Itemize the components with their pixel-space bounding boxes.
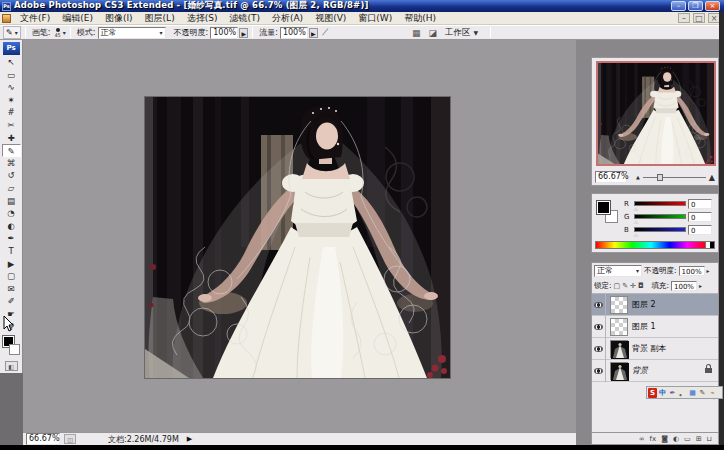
channel-slider[interactable]	[634, 227, 686, 232]
shape-tool[interactable]: ▢	[2, 270, 21, 283]
flow-input[interactable]: 100%	[280, 27, 308, 39]
canvas-area[interactable]	[23, 40, 576, 432]
slider-thumb[interactable]	[657, 174, 663, 181]
toggle-palettes-icon[interactable]: ▦	[412, 28, 421, 38]
fill-arrow-icon[interactable]: ▸	[699, 282, 702, 289]
tool-preset-picker[interactable]: ✎ ▾	[3, 26, 21, 39]
visibility-toggle[interactable]	[592, 294, 606, 316]
layer-thumbnail[interactable]	[610, 318, 628, 336]
background-color-swatch[interactable]	[9, 344, 20, 355]
slider-thumb-icon[interactable]	[633, 233, 639, 237]
chinese-mode-icon[interactable]: 中	[658, 388, 667, 398]
slice-tool[interactable]: ✂	[2, 119, 21, 132]
layer-mask-icon[interactable]: ◙	[661, 435, 668, 443]
gradient-tool[interactable]: ▤	[2, 195, 21, 208]
status-arrow-button[interactable]: ▶	[187, 435, 192, 443]
marquee-tool[interactable]: ▭	[2, 69, 21, 82]
flow-slider-button[interactable]: ▶	[309, 28, 318, 38]
opacity-slider-button[interactable]: ▶	[239, 28, 248, 38]
visibility-toggle[interactable]	[592, 338, 606, 360]
airbrush-icon[interactable]: ⟋	[322, 27, 328, 38]
layer-thumbnail[interactable]	[610, 296, 628, 314]
menu-select[interactable]: 选择(S)	[181, 12, 224, 24]
layer-row[interactable]: 图层 1	[592, 316, 718, 338]
sogou-logo-icon[interactable]: S	[648, 388, 657, 398]
pen-tool[interactable]: ✒	[2, 232, 21, 245]
restore-button[interactable]: ❐	[688, 1, 703, 11]
move-tool[interactable]: ↖	[2, 56, 21, 69]
crop-tool[interactable]: #	[2, 106, 21, 119]
history-brush-tool[interactable]: ↺	[2, 169, 21, 182]
lasso-tool[interactable]: ∿	[2, 81, 21, 94]
opacity-input[interactable]: 100%	[210, 27, 238, 39]
adjustment-layer-icon[interactable]: ◐	[673, 435, 679, 443]
workspace-button[interactable]: 工作区 ▼	[445, 27, 478, 39]
lock-move-icon[interactable]: ✛	[630, 282, 636, 290]
layer-row[interactable]: 图层 2	[592, 294, 718, 316]
channel-slider[interactable]	[634, 201, 686, 206]
new-group-icon[interactable]: ▭	[684, 435, 691, 443]
bw-swatches[interactable]	[705, 241, 715, 249]
quick-mask-button[interactable]: ◧	[5, 361, 18, 371]
slider-thumb-icon[interactable]	[633, 207, 639, 211]
zoom-out-icon[interactable]: ▲	[636, 174, 640, 180]
link-layers-icon[interactable]: ∞	[639, 435, 645, 443]
layer-opacity-input[interactable]: 100%	[679, 266, 705, 276]
menu-edit[interactable]: 编辑(E)	[56, 12, 99, 24]
visibility-toggle[interactable]	[592, 316, 606, 338]
layer-fill-input[interactable]: 100%	[671, 281, 697, 291]
navigator-zoom-input[interactable]: 66.67%	[595, 171, 627, 183]
menu-help[interactable]: 帮助(H)	[398, 12, 442, 24]
blur-tool[interactable]: ◔	[2, 207, 21, 220]
menu-view[interactable]: 视图(V)	[309, 12, 352, 24]
layer-style-icon[interactable]: fx	[650, 435, 657, 443]
menu-filter[interactable]: 滤镜(T)	[223, 12, 266, 24]
minimize-button[interactable]: –	[671, 1, 686, 11]
bridge-icon[interactable]: ◪	[429, 28, 438, 38]
zoom-input[interactable]: 66.67%	[26, 433, 60, 445]
menu-analysis[interactable]: 分析(A)	[266, 12, 309, 24]
healing-brush-tool[interactable]: ✚	[2, 132, 21, 145]
foreground-color-swatch[interactable]	[597, 201, 610, 214]
lock-all-icon[interactable]: ◘	[638, 282, 644, 290]
zoom-in-icon[interactable]: ▲	[709, 173, 715, 182]
menu-window[interactable]: 窗口(W)	[352, 12, 398, 24]
brush-icon[interactable]: ✒	[668, 388, 677, 398]
notes-tool[interactable]: ✉	[2, 283, 21, 296]
visibility-toggle[interactable]	[592, 360, 606, 382]
close-button[interactable]: ×	[705, 1, 720, 11]
channel-slider[interactable]	[634, 214, 686, 219]
status-menu-button[interactable]: ◫	[64, 434, 76, 444]
brush-preview[interactable]: 45	[52, 28, 62, 37]
layer-row[interactable]: 背景	[592, 360, 718, 382]
lock-paint-icon[interactable]: ✎	[622, 282, 628, 290]
menu-image[interactable]: 图像(I)	[99, 12, 139, 24]
new-layer-icon[interactable]: ⊞	[696, 435, 702, 443]
channel-value-input[interactable]: 0	[688, 212, 712, 222]
magic-wand-tool[interactable]: ✶	[2, 94, 21, 107]
navigator-preview[interactable]	[596, 61, 716, 166]
navigator-zoom-slider[interactable]	[643, 177, 706, 178]
doc-restore-button[interactable]: □	[693, 13, 705, 23]
document-image[interactable]	[145, 97, 450, 378]
dodge-tool[interactable]: ◐	[2, 220, 21, 233]
menu-layer[interactable]: 图层(L)	[139, 12, 181, 24]
opacity-arrow-icon[interactable]: ▸	[707, 267, 710, 274]
path-selection-tool[interactable]: ▶	[2, 258, 21, 271]
soft-keyboard-icon[interactable]: ▦	[688, 388, 697, 398]
brush-picker-caret-icon[interactable]: ▾	[63, 29, 66, 36]
color-spectrum-ramp[interactable]	[595, 241, 707, 249]
doc-minimize-button[interactable]: –	[678, 13, 690, 23]
blend-mode-select[interactable]: 正常 ▾	[98, 27, 166, 39]
layer-thumbnail[interactable]	[610, 362, 628, 380]
menu-file[interactable]: 文件(F)	[14, 12, 56, 24]
delete-layer-icon[interactable]: ⊔	[707, 435, 712, 443]
pen-icon[interactable]: ✎	[698, 388, 707, 398]
layer-thumbnail[interactable]	[610, 340, 628, 358]
eyedropper-tool[interactable]: ✐	[2, 295, 21, 308]
channel-value-input[interactable]: 0	[688, 225, 712, 235]
channel-value-input[interactable]: 0	[688, 199, 712, 209]
clone-stamp-tool[interactable]: ⌘	[2, 157, 21, 170]
layer-row[interactable]: 背景 副本	[592, 338, 718, 360]
eraser-tool[interactable]: ▱	[2, 182, 21, 195]
